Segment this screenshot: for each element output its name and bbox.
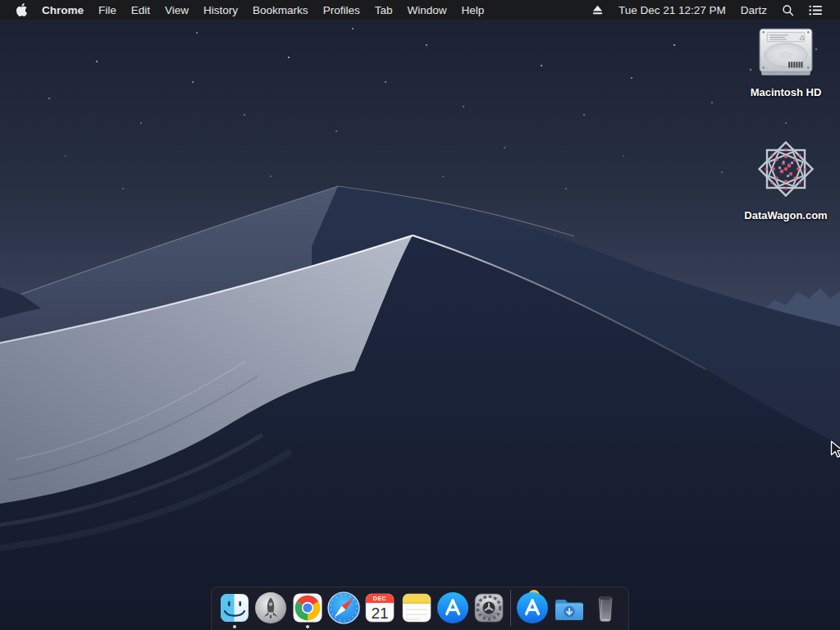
dock-item-launchpad[interactable] — [253, 590, 289, 629]
list-icon — [809, 5, 823, 16]
menu-clock[interactable]: Tue Dec 21 12:27 PM — [611, 0, 733, 20]
desktop-icon-label: Macintosh HD — [751, 87, 822, 98]
menu-item-edit[interactable]: Edit — [124, 0, 158, 20]
menu-item-profiles[interactable]: Profiles — [316, 0, 368, 20]
web-location-mandala-icon — [753, 136, 819, 205]
wallpaper-mojave-night — [0, 0, 840, 630]
downloads-folder-icon — [551, 590, 587, 629]
desktop-icon-macintosh-hd[interactable]: Macintosh HD — [741, 25, 831, 98]
safari-icon — [326, 590, 362, 629]
finder-icon — [217, 590, 253, 629]
menu-item-window[interactable]: Window — [399, 0, 454, 20]
desktop-icon-label: DataWagon.com — [744, 210, 827, 221]
dock-item-finder[interactable] — [217, 590, 253, 629]
menu-item-file[interactable]: File — [91, 0, 124, 20]
dock-item-app-store[interactable] — [435, 590, 471, 629]
notes-icon — [399, 590, 435, 629]
menu-item-bookmarks[interactable]: Bookmarks — [245, 0, 316, 20]
menu-item-view[interactable]: View — [158, 0, 196, 20]
notification-center-button[interactable] — [801, 0, 830, 20]
launchpad-icon — [253, 590, 289, 629]
dock-item-trash[interactable] — [587, 590, 623, 629]
app-store-icon — [514, 590, 550, 629]
dock-item-notes[interactable] — [398, 590, 434, 629]
dock-item-app-store-recent[interactable] — [514, 590, 550, 629]
app-store-icon — [435, 590, 471, 629]
dock-item-safari[interactable] — [326, 590, 362, 629]
dock-item-calendar[interactable]: DEC 21 — [362, 590, 398, 629]
dock-item-chrome[interactable] — [290, 590, 326, 629]
chrome-icon — [290, 590, 326, 629]
menu-item-tab[interactable]: Tab — [368, 0, 400, 20]
menu-bar: Chrome File Edit View History Bookmarks … — [0, 0, 840, 20]
desktop: Chrome File Edit View History Bookmarks … — [0, 0, 840, 630]
search-icon — [782, 4, 794, 16]
menu-item-help[interactable]: Help — [454, 0, 491, 20]
dock-item-downloads-folder[interactable] — [551, 590, 587, 629]
eject-menu[interactable] — [584, 0, 611, 20]
gear-icon — [471, 590, 507, 629]
running-indicator — [233, 625, 236, 628]
desktop-icon-datawagon[interactable]: DataWagon.com — [741, 136, 831, 221]
calendar-day: 21 — [372, 605, 389, 622]
trash-icon — [587, 590, 623, 629]
spotlight-button[interactable] — [774, 0, 801, 20]
menu-item-history[interactable]: History — [196, 0, 245, 20]
dock: DEC 21 — [211, 587, 629, 630]
running-indicator — [306, 625, 309, 628]
apple-icon — [16, 3, 27, 16]
app-menu-chrome[interactable]: Chrome — [34, 0, 91, 20]
user-switch-menu[interactable]: Dartz — [733, 0, 774, 20]
dock-separator — [510, 590, 511, 626]
apple-menu[interactable] — [11, 0, 34, 20]
calendar-month: DEC — [373, 596, 386, 601]
hard-drive-icon — [756, 25, 815, 82]
calendar-icon: DEC 21 — [362, 590, 398, 629]
dock-item-system-preferences[interactable] — [471, 590, 507, 629]
eject-icon — [591, 4, 604, 16]
